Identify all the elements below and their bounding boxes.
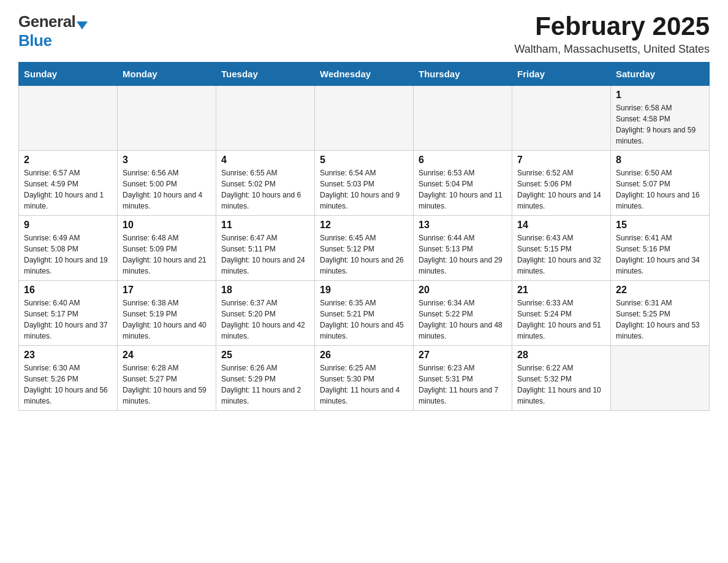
day-info: Sunrise: 6:33 AMSunset: 5:24 PMDaylight:… [517,297,605,342]
day-info: Sunrise: 6:26 AMSunset: 5:29 PMDaylight:… [221,362,309,407]
day-info: Sunrise: 6:28 AMSunset: 5:27 PMDaylight:… [123,362,211,407]
table-row: 24Sunrise: 6:28 AMSunset: 5:27 PMDayligh… [118,346,216,411]
table-row: 25Sunrise: 6:26 AMSunset: 5:29 PMDayligh… [216,346,315,411]
table-row [118,86,216,151]
day-number: 21 [517,285,605,296]
calendar-body: 1Sunrise: 6:58 AMSunset: 4:58 PMDaylight… [19,86,710,411]
day-info: Sunrise: 6:22 AMSunset: 5:32 PMDaylight:… [517,362,605,407]
day-info: Sunrise: 6:25 AMSunset: 5:30 PMDaylight:… [320,362,408,407]
day-info: Sunrise: 6:49 AMSunset: 5:08 PMDaylight:… [24,232,112,277]
day-number: 12 [320,220,408,231]
day-number: 2 [24,155,112,166]
day-number: 20 [419,285,507,296]
table-row: 7Sunrise: 6:52 AMSunset: 5:06 PMDaylight… [512,151,611,216]
day-number: 16 [24,285,112,296]
table-row: 4Sunrise: 6:55 AMSunset: 5:02 PMDaylight… [216,151,315,216]
day-number: 19 [320,285,408,296]
day-number: 23 [24,350,112,361]
col-monday: Monday [118,63,216,86]
table-row [315,86,414,151]
day-number: 9 [24,220,112,231]
day-number: 11 [221,220,309,231]
day-info: Sunrise: 6:44 AMSunset: 5:13 PMDaylight:… [419,232,507,277]
day-number: 3 [123,155,211,166]
day-info: Sunrise: 6:35 AMSunset: 5:21 PMDaylight:… [320,297,408,342]
day-info: Sunrise: 6:45 AMSunset: 5:12 PMDaylight:… [320,232,408,277]
table-row: 8Sunrise: 6:50 AMSunset: 5:07 PMDaylight… [611,151,710,216]
day-info: Sunrise: 6:37 AMSunset: 5:20 PMDaylight:… [221,297,309,342]
table-row: 10Sunrise: 6:48 AMSunset: 5:09 PMDayligh… [118,216,216,281]
table-row: 15Sunrise: 6:41 AMSunset: 5:16 PMDayligh… [611,216,710,281]
day-info: Sunrise: 6:41 AMSunset: 5:16 PMDaylight:… [616,232,704,277]
day-info: Sunrise: 6:34 AMSunset: 5:22 PMDaylight:… [419,297,507,342]
logo-blue-text: Blue [18,31,51,50]
day-info: Sunrise: 6:43 AMSunset: 5:15 PMDaylight:… [517,232,605,277]
page-title: February 2025 [515,12,710,40]
day-number: 18 [221,285,309,296]
day-number: 22 [616,285,704,296]
table-row: 20Sunrise: 6:34 AMSunset: 5:22 PMDayligh… [414,281,512,346]
table-row: 13Sunrise: 6:44 AMSunset: 5:13 PMDayligh… [414,216,512,281]
col-sunday: Sunday [19,63,118,86]
day-info: Sunrise: 6:38 AMSunset: 5:19 PMDaylight:… [123,297,211,342]
day-info: Sunrise: 6:57 AMSunset: 4:59 PMDaylight:… [24,167,112,212]
day-number: 15 [616,220,704,231]
day-info: Sunrise: 6:31 AMSunset: 5:25 PMDaylight:… [616,297,704,342]
table-row [414,86,512,151]
day-info: Sunrise: 6:23 AMSunset: 5:31 PMDaylight:… [419,362,507,407]
day-number: 7 [517,155,605,166]
table-row: 12Sunrise: 6:45 AMSunset: 5:12 PMDayligh… [315,216,414,281]
day-info: Sunrise: 6:56 AMSunset: 5:00 PMDaylight:… [123,167,211,212]
day-info: Sunrise: 6:58 AMSunset: 4:58 PMDaylight:… [616,102,704,147]
title-section: February 2025 Waltham, Massachusetts, Un… [515,12,710,56]
table-row: 3Sunrise: 6:56 AMSunset: 5:00 PMDaylight… [118,151,216,216]
day-number: 1 [616,90,704,101]
table-row: 9Sunrise: 6:49 AMSunset: 5:08 PMDaylight… [19,216,118,281]
table-row: 17Sunrise: 6:38 AMSunset: 5:19 PMDayligh… [118,281,216,346]
logo-general-text: General [18,12,75,31]
day-info: Sunrise: 6:54 AMSunset: 5:03 PMDaylight:… [320,167,408,212]
table-row [611,346,710,411]
logo: General Blue [18,12,88,50]
col-friday: Friday [512,63,611,86]
table-row [512,86,611,151]
day-number: 8 [616,155,704,166]
day-info: Sunrise: 6:47 AMSunset: 5:11 PMDaylight:… [221,232,309,277]
table-row: 16Sunrise: 6:40 AMSunset: 5:17 PMDayligh… [19,281,118,346]
page-subtitle: Waltham, Massachusetts, United States [515,43,710,56]
table-row: 21Sunrise: 6:33 AMSunset: 5:24 PMDayligh… [512,281,611,346]
table-row: 6Sunrise: 6:53 AMSunset: 5:04 PMDaylight… [414,151,512,216]
logo-triangle-icon [77,21,88,29]
table-row: 22Sunrise: 6:31 AMSunset: 5:25 PMDayligh… [611,281,710,346]
table-row: 28Sunrise: 6:22 AMSunset: 5:32 PMDayligh… [512,346,611,411]
table-row [216,86,315,151]
day-info: Sunrise: 6:52 AMSunset: 5:06 PMDaylight:… [517,167,605,212]
col-saturday: Saturday [611,63,710,86]
day-info: Sunrise: 6:40 AMSunset: 5:17 PMDaylight:… [24,297,112,342]
table-row: 23Sunrise: 6:30 AMSunset: 5:26 PMDayligh… [19,346,118,411]
col-tuesday: Tuesday [216,63,315,86]
day-number: 13 [419,220,507,231]
day-info: Sunrise: 6:48 AMSunset: 5:09 PMDaylight:… [123,232,211,277]
day-info: Sunrise: 6:53 AMSunset: 5:04 PMDaylight:… [419,167,507,212]
day-info: Sunrise: 6:55 AMSunset: 5:02 PMDaylight:… [221,167,309,212]
calendar-header: Sunday Monday Tuesday Wednesday Thursday… [19,63,710,86]
day-number: 10 [123,220,211,231]
table-row: 2Sunrise: 6:57 AMSunset: 4:59 PMDaylight… [19,151,118,216]
day-number: 14 [517,220,605,231]
table-row [19,86,118,151]
day-number: 17 [123,285,211,296]
col-wednesday: Wednesday [315,63,414,86]
table-row: 27Sunrise: 6:23 AMSunset: 5:31 PMDayligh… [414,346,512,411]
day-number: 6 [419,155,507,166]
day-number: 27 [419,350,507,361]
day-number: 28 [517,350,605,361]
day-info: Sunrise: 6:50 AMSunset: 5:07 PMDaylight:… [616,167,704,212]
table-row: 26Sunrise: 6:25 AMSunset: 5:30 PMDayligh… [315,346,414,411]
col-thursday: Thursday [414,63,512,86]
page-header: General Blue February 2025 Waltham, Mass… [18,12,710,56]
table-row: 18Sunrise: 6:37 AMSunset: 5:20 PMDayligh… [216,281,315,346]
day-number: 5 [320,155,408,166]
day-info: Sunrise: 6:30 AMSunset: 5:26 PMDaylight:… [24,362,112,407]
day-number: 26 [320,350,408,361]
